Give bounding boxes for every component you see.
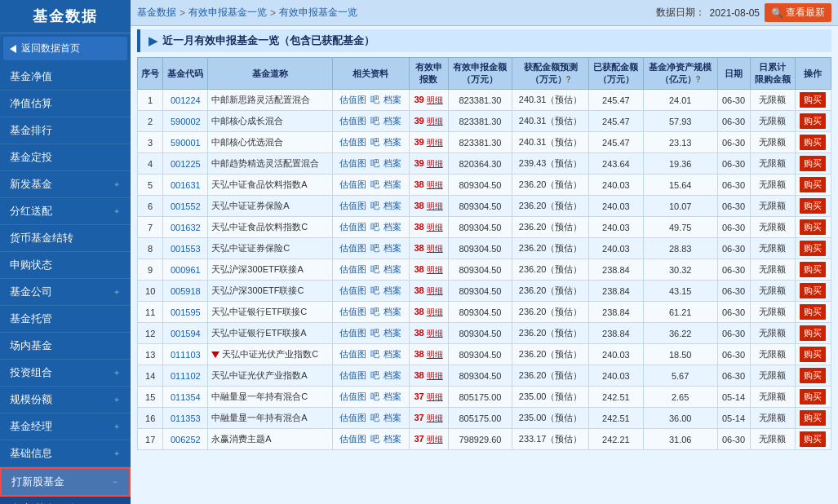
- buy-button[interactable]: 购买: [800, 241, 826, 256]
- fund-code-link[interactable]: 011353: [171, 413, 201, 423]
- breadcrumb-home[interactable]: 基金数据: [137, 6, 176, 20]
- mingxi-link[interactable]: 明细: [427, 201, 443, 210]
- mingxi-link[interactable]: 明细: [427, 371, 443, 380]
- fund-code-link[interactable]: 005918: [171, 286, 201, 296]
- help-icon-forecast[interactable]: ?: [566, 75, 571, 84]
- sidebar-item-huobi[interactable]: 货币基金结转: [0, 225, 131, 252]
- detail-link-估值图[interactable]: 估值图: [339, 370, 366, 380]
- detail-link-估值图[interactable]: 估值图: [339, 158, 366, 168]
- mingxi-link[interactable]: 明细: [427, 286, 443, 295]
- sidebar-item-daxin[interactable]: 打新股基金 －: [0, 467, 131, 497]
- detail-link-估值图[interactable]: 估值图: [339, 307, 366, 316]
- detail-link-档案[interactable]: 档案: [384, 391, 401, 401]
- fund-code-link[interactable]: 000961: [171, 265, 201, 275]
- detail-link-档案[interactable]: 档案: [384, 328, 401, 338]
- detail-link-档案[interactable]: 档案: [384, 264, 401, 274]
- buy-button[interactable]: 购买: [800, 283, 826, 298]
- detail-link-估值图[interactable]: 估值图: [339, 349, 366, 359]
- sidebar-item-jijingjingli[interactable]: 基金经理 ＋: [0, 413, 131, 440]
- help-icon-scale[interactable]: ?: [696, 75, 701, 84]
- detail-link-吧[interactable]: 吧: [370, 158, 379, 168]
- mingxi-link[interactable]: 明细: [427, 180, 443, 189]
- detail-link-估值图[interactable]: 估值图: [339, 413, 366, 422]
- fund-code-link[interactable]: 006252: [171, 435, 201, 444]
- detail-link-估值图[interactable]: 估值图: [339, 285, 366, 295]
- buy-button[interactable]: 购买: [800, 389, 826, 405]
- mingxi-link[interactable]: 明细: [427, 435, 443, 444]
- fund-code-link[interactable]: 001552: [171, 201, 201, 211]
- detail-link-吧[interactable]: 吧: [370, 95, 379, 104]
- detail-link-估值图[interactable]: 估值图: [339, 264, 366, 274]
- mingxi-link[interactable]: 明细: [427, 413, 443, 422]
- sidebar-item-touzi[interactable]: 投资组合 ＋: [0, 360, 131, 387]
- buy-button[interactable]: 购买: [800, 198, 826, 214]
- buy-button[interactable]: 购买: [800, 347, 826, 362]
- mingxi-link[interactable]: 明细: [427, 244, 443, 253]
- detail-link-吧[interactable]: 吧: [370, 370, 379, 380]
- mingxi-link[interactable]: 明细: [427, 329, 443, 338]
- detail-link-吧[interactable]: 吧: [370, 116, 379, 126]
- sidebar-item-xinfajijin[interactable]: 新发基金 ＋: [0, 171, 131, 198]
- mingxi-link[interactable]: 明细: [427, 117, 443, 126]
- fund-code-link[interactable]: 001594: [171, 329, 201, 338]
- buy-button[interactable]: 购买: [800, 368, 826, 383]
- sidebar-item-tuoguan[interactable]: 基金托管: [0, 306, 131, 333]
- detail-link-吧[interactable]: 吧: [370, 349, 379, 359]
- detail-link-档案[interactable]: 档案: [384, 413, 401, 422]
- detail-link-估值图[interactable]: 估值图: [339, 137, 366, 147]
- detail-link-估值图[interactable]: 估值图: [339, 179, 366, 189]
- buy-button[interactable]: 购买: [800, 410, 826, 426]
- detail-link-档案[interactable]: 档案: [384, 285, 401, 295]
- buy-button[interactable]: 购买: [800, 135, 826, 150]
- sidebar-item-guimo[interactable]: 规模份额 ＋: [0, 387, 131, 413]
- buy-button[interactable]: 购买: [800, 431, 826, 447]
- detail-link-估值图[interactable]: 估值图: [339, 391, 366, 401]
- buy-button[interactable]: 购买: [800, 262, 826, 277]
- sidebar-item-jijingjingzhi[interactable]: 基金净值: [0, 64, 131, 91]
- refresh-button[interactable]: 🔍 查看最新: [765, 3, 831, 22]
- sidebar-item-fenhong[interactable]: 分红送配 ＋: [0, 198, 131, 225]
- sidebar-item-jinzhigusuan[interactable]: 净值估算: [0, 91, 131, 117]
- detail-link-档案[interactable]: 档案: [384, 158, 401, 168]
- detail-link-档案[interactable]: 档案: [384, 243, 401, 253]
- detail-link-档案[interactable]: 档案: [384, 307, 401, 316]
- detail-link-吧[interactable]: 吧: [370, 434, 379, 444]
- detail-link-估值图[interactable]: 估值图: [339, 95, 366, 104]
- fund-code-link[interactable]: 001225: [171, 159, 201, 169]
- buy-button[interactable]: 购买: [800, 219, 826, 235]
- fund-code-link[interactable]: 011354: [171, 392, 201, 402]
- detail-link-吧[interactable]: 吧: [370, 179, 379, 189]
- detail-link-估值图[interactable]: 估值图: [339, 116, 366, 126]
- mingxi-link[interactable]: 明细: [427, 95, 443, 104]
- detail-link-吧[interactable]: 吧: [370, 307, 379, 316]
- buy-button[interactable]: 购买: [800, 177, 826, 192]
- fund-code-link[interactable]: 001553: [171, 244, 201, 254]
- detail-link-吧[interactable]: 吧: [370, 137, 379, 147]
- sidebar-item-jichu[interactable]: 基础信息 ＋: [0, 440, 131, 467]
- fund-code-link[interactable]: 001632: [171, 223, 201, 232]
- detail-link-估值图[interactable]: 估值图: [339, 328, 366, 338]
- detail-link-吧[interactable]: 吧: [370, 201, 379, 210]
- fund-code-link[interactable]: 001224: [171, 95, 201, 105]
- detail-link-档案[interactable]: 档案: [384, 434, 401, 444]
- detail-link-档案[interactable]: 档案: [384, 116, 401, 126]
- detail-link-档案[interactable]: 档案: [384, 201, 401, 210]
- mingxi-link[interactable]: 明细: [427, 392, 443, 401]
- sidebar-item-jijinpaihang[interactable]: 基金排行: [0, 117, 131, 144]
- fund-code-link[interactable]: 590001: [171, 138, 201, 148]
- detail-link-吧[interactable]: 吧: [370, 391, 379, 401]
- mingxi-link[interactable]: 明细: [427, 159, 443, 168]
- sidebar-item-changnei[interactable]: 场内基金: [0, 333, 131, 360]
- sidebar-item-jijingongsi[interactable]: 基金公司 ＋: [0, 279, 131, 306]
- detail-link-估值图[interactable]: 估值图: [339, 434, 366, 444]
- mingxi-link[interactable]: 明细: [427, 265, 443, 274]
- mingxi-link[interactable]: 明细: [427, 223, 443, 232]
- fund-code-link[interactable]: 001595: [171, 307, 201, 317]
- detail-link-估值图[interactable]: 估值图: [339, 201, 366, 210]
- mingxi-link[interactable]: 明细: [427, 350, 443, 359]
- mingxi-link[interactable]: 明细: [427, 138, 443, 147]
- detail-link-档案[interactable]: 档案: [384, 370, 401, 380]
- buy-button[interactable]: 购买: [800, 113, 826, 129]
- detail-link-吧[interactable]: 吧: [370, 264, 379, 274]
- detail-link-档案[interactable]: 档案: [384, 179, 401, 189]
